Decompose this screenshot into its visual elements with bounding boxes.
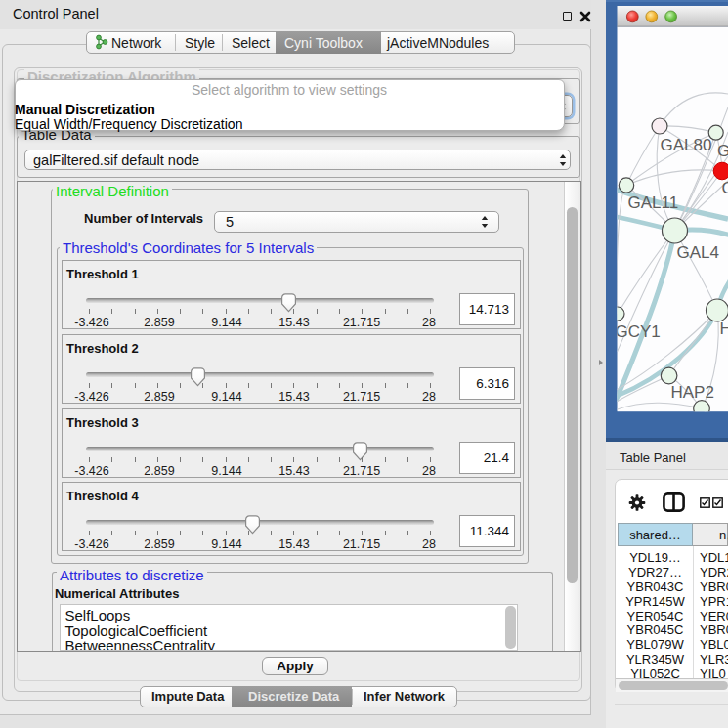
- svg-text:H: H: [720, 320, 728, 338]
- svg-text:GAL80: GAL80: [661, 136, 712, 154]
- svg-text:HAP2: HAP2: [671, 383, 714, 402]
- svg-text:C: C: [722, 179, 728, 197]
- svg-text:GAL4: GAL4: [677, 243, 719, 262]
- svg-text:GCY1: GCY1: [616, 322, 661, 341]
- svg-text:GAL11: GAL11: [628, 193, 679, 212]
- svg-text:GA: GA: [717, 142, 728, 160]
